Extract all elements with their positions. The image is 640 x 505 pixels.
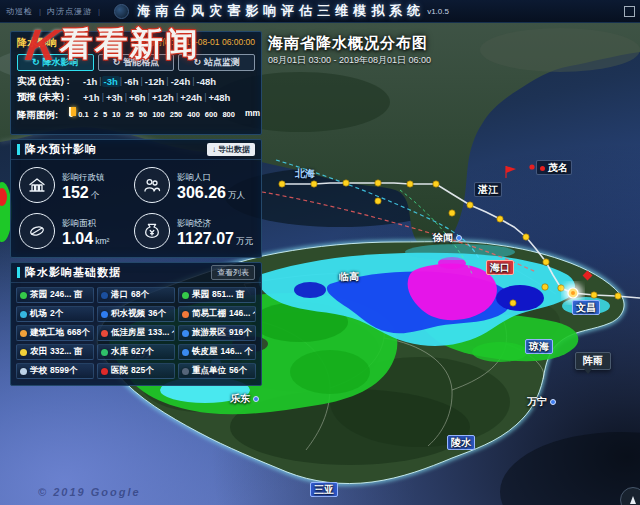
legend-label: 降雨图例: (17, 108, 69, 122)
menu-item-waterlogging-roam[interactable]: 内涝点漫游 (47, 6, 92, 17)
stat-economy: 影响经济 1127.07万元 (134, 212, 253, 250)
basic-item-airport[interactable]: 机场2个 (16, 306, 94, 322)
category-dot-icon (101, 311, 108, 318)
basic-item-construction-site[interactable]: 建筑工地668个 (16, 325, 94, 341)
system-version: v1.0.5 (427, 7, 449, 16)
basic-data-grid: 茶园246... 亩 港口68个 果园851... 亩 机场2个 积水视频36个… (11, 283, 261, 385)
future-option-+1h[interactable]: +1h (81, 92, 102, 103)
basic-item-key-unit[interactable]: 重点单位56个 (178, 363, 256, 379)
past-option--12h[interactable]: -12h (143, 76, 167, 87)
basic-item-orchard[interactable]: 果园851... 亩 (178, 287, 256, 303)
download-icon: ↓ (212, 145, 216, 154)
view-list-button[interactable]: 查看列表 (211, 265, 255, 280)
typhoon-current-position (563, 283, 583, 303)
money-bag-icon (134, 213, 170, 249)
basic-section-title: 降水影响基础数据 (25, 265, 121, 280)
impact-section-title: 降水预计影响 (25, 142, 97, 157)
category-dot-icon (101, 292, 108, 299)
rainfall-panel: 降水影响 | 预测时间: 2019-08-01 06:00:00 ↻ 降水影响 … (10, 31, 262, 390)
town-hall-icon (19, 167, 55, 203)
basic-item-tea-garden[interactable]: 茶园246... 亩 (16, 287, 94, 303)
future-option-+12h[interactable]: +12h (150, 92, 176, 103)
basic-item-low-lying-house[interactable]: 低洼房屋133... 个 (97, 325, 175, 341)
future-option-+48h[interactable]: +48h (206, 92, 232, 103)
refresh-icon: ↻ (193, 58, 201, 67)
past-option--6h[interactable]: -6h (122, 76, 140, 87)
stat-admin-towns: 影响行政镇 152个 (19, 166, 134, 204)
basic-item-scenic-spot[interactable]: 旅游景区916个 (178, 325, 256, 341)
category-dot-icon (101, 368, 108, 375)
header-separator: | (63, 38, 65, 48)
future-option-+6h[interactable]: +6h (127, 92, 148, 103)
category-dot-icon (182, 368, 189, 375)
category-dot-icon (20, 330, 27, 337)
past-time-selector: 实况 (过去) : -1h | -3h | -6h | -12h | -24h … (17, 73, 255, 89)
refresh-icon: ↻ (113, 58, 121, 67)
app-logo-icon (114, 4, 129, 19)
past-option--24h[interactable]: -24h (169, 76, 193, 87)
mode-button-smart-grid[interactable]: ↻ 智能格点 (98, 54, 175, 71)
category-dot-icon (101, 349, 108, 356)
category-dot-icon (20, 311, 27, 318)
past-option--3h[interactable]: -3h (102, 76, 120, 87)
legend-ticks: 00.1 25 1025 50100 250400 600800 (69, 110, 235, 119)
future-option-+24h[interactable]: +24h (178, 92, 204, 103)
impact-stats-section: 降水预计影响 ↓ 导出数据 影响行政镇 152个 (10, 139, 262, 258)
menu-separator: | (39, 7, 41, 16)
basic-item-port[interactable]: 港口68个 (97, 287, 175, 303)
compass-needle (630, 496, 636, 504)
category-dot-icon (20, 368, 27, 375)
future-option-+3h[interactable]: +3h (104, 92, 125, 103)
future-time-selector: 预报 (未来) : +1h | +3h | +6h | +12h | +24h … (17, 89, 255, 105)
basic-item-farmland[interactable]: 农田332... 亩 (16, 344, 94, 360)
section-accent (17, 267, 20, 278)
basic-item-reservoir[interactable]: 水库627个 (97, 344, 175, 360)
population-icon (134, 167, 170, 203)
category-dot-icon (182, 349, 189, 356)
refresh-icon: ↻ (32, 58, 40, 67)
tab-rainfall-impact[interactable]: 降水影响 (17, 36, 57, 50)
past-option--1h[interactable]: -1h (81, 76, 99, 87)
rainfall-control-section: 降水影响 | 预测时间: 2019-08-01 06:00:00 ↻ 降水影响 … (10, 31, 262, 135)
rain-legend: 降雨图例: 00.1 25 1025 50100 250400 600800 m… (17, 108, 255, 130)
mode-button-rainfall-impact[interactable]: ↻ 降水影响 (17, 54, 94, 71)
stat-area: 影响面积 1.04km² (19, 212, 134, 250)
category-dot-icon (20, 292, 27, 299)
category-dot-icon (182, 292, 189, 299)
area-icon (19, 213, 55, 249)
fullscreen-icon[interactable] (624, 6, 635, 17)
system-title: 海南台风灾害影响评估三维模拟系统 (137, 2, 425, 20)
basic-data-section: 降水影响基础数据 查看列表 茶园246... 亩 港口68个 果园851... … (10, 262, 262, 386)
basic-item-tin-house[interactable]: 铁皮屋146... 个 (178, 344, 256, 360)
weather-tooltip: 阵雨 (575, 352, 611, 370)
basic-item-school[interactable]: 学校8599个 (16, 363, 94, 379)
menu-separator: | (98, 7, 100, 16)
category-dot-icon (182, 311, 189, 318)
section-accent (17, 144, 20, 155)
category-dot-icon (182, 330, 189, 337)
export-data-button[interactable]: ↓ 导出数据 (207, 143, 255, 156)
category-dot-icon (20, 349, 27, 356)
menu-item-auto-patrol[interactable]: 动巡检 (6, 6, 33, 17)
legend-unit: mm (245, 108, 260, 118)
past-label: 实况 (过去) : (17, 75, 81, 88)
mode-button-station-monitor[interactable]: ↻ 站点监测 (178, 54, 255, 71)
basic-item-shed[interactable]: 简易工棚146... 个 (178, 306, 256, 322)
top-bar: 动巡检 | 内涝点漫游 | 海南台风灾害影响评估三维模拟系统 v1.0.5 (0, 0, 640, 23)
stat-population: 影响人口 306.26万人 (134, 166, 253, 204)
future-label: 预报 (未来) : (17, 91, 81, 104)
forecast-time: 预测时间: 2019-08-01 06:00:00 (137, 37, 255, 49)
past-option--48h[interactable]: -48h (195, 76, 219, 87)
compass-icon[interactable] (620, 487, 640, 505)
category-dot-icon (101, 330, 108, 337)
basic-item-flood-video[interactable]: 积水视频36个 (97, 306, 175, 322)
basic-item-hospital[interactable]: 医院825个 (97, 363, 175, 379)
